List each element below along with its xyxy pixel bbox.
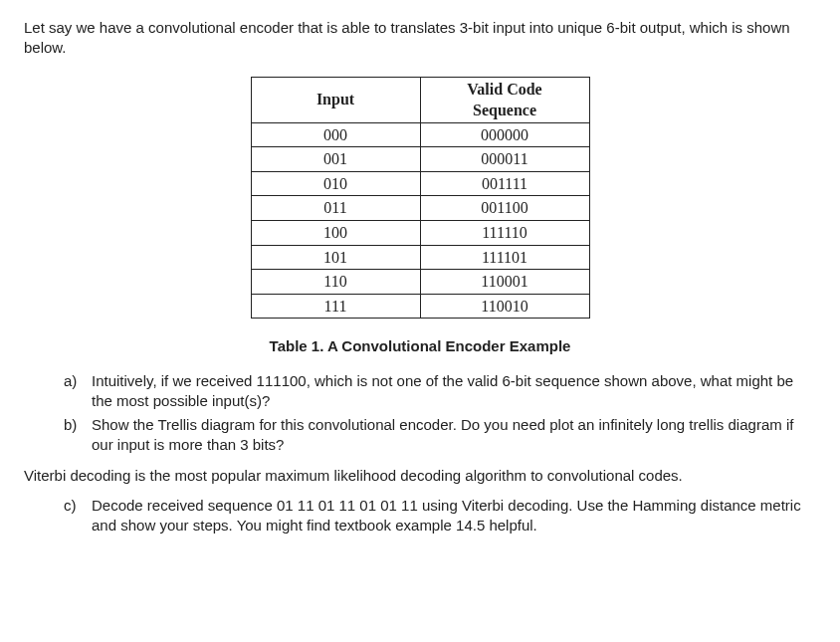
cell-input: 011 [251, 196, 420, 221]
list-item-a: a) Intuitively, if we received 111100, w… [70, 371, 816, 412]
cell-input: 101 [251, 245, 420, 270]
table-row: 011 001100 [251, 196, 589, 221]
cell-input: 110 [251, 270, 420, 295]
list-marker: a) [64, 371, 86, 391]
cell-code: 000000 [420, 122, 589, 147]
list-marker: c) [64, 496, 86, 516]
intro-paragraph: Let say we have a convolutional encoder … [24, 18, 816, 59]
table-row: 100 111110 [251, 221, 589, 246]
table-caption: Table 1. A Convolutional Encoder Example [24, 336, 816, 356]
viterbi-paragraph: Viterbi decoding is the most popular max… [24, 466, 816, 486]
table-row: 111 110010 [251, 294, 589, 319]
col-header-valid-code-line1: Valid Code [467, 81, 541, 98]
col-header-input: Input [251, 77, 420, 122]
table-header-row: Input Valid Code Sequence [251, 77, 589, 122]
table-row: 110 110001 [251, 270, 589, 295]
table-row: 101 111101 [251, 245, 589, 270]
list-item-b: b) Show the Trellis diagram for this con… [70, 415, 816, 456]
col-header-valid-code: Valid Code Sequence [420, 77, 589, 122]
questions-list-ab: a) Intuitively, if we received 111100, w… [24, 371, 816, 456]
cell-code: 001100 [420, 196, 589, 221]
questions-list-c: c) Decode received sequence 01 11 01 11 … [24, 496, 816, 536]
cell-code: 110010 [420, 294, 589, 319]
cell-code: 000011 [420, 147, 589, 172]
cell-code: 111101 [420, 245, 589, 270]
question-text: Decode received sequence 01 11 01 11 01 … [92, 497, 801, 534]
table-row: 001 000011 [251, 147, 589, 172]
table-row: 010 001111 [251, 171, 589, 196]
encoder-table: Input Valid Code Sequence 000 000000 001… [251, 77, 590, 320]
question-text: Intuitively, if we received 111100, whic… [92, 372, 793, 409]
cell-input: 100 [251, 221, 420, 246]
list-marker: b) [64, 415, 86, 435]
cell-code: 111110 [420, 221, 589, 246]
encoder-table-wrap: Input Valid Code Sequence 000 000000 001… [24, 77, 816, 320]
cell-input: 111 [251, 294, 420, 319]
cell-input: 001 [251, 147, 420, 172]
list-item-c: c) Decode received sequence 01 11 01 11 … [70, 496, 816, 536]
cell-input: 010 [251, 171, 420, 196]
table-row: 000 000000 [251, 122, 589, 147]
cell-input: 000 [251, 122, 420, 147]
col-header-valid-code-line2: Sequence [473, 102, 536, 118]
cell-code: 001111 [420, 171, 589, 196]
cell-code: 110001 [420, 270, 589, 295]
question-text: Show the Trellis diagram for this convol… [92, 416, 793, 453]
